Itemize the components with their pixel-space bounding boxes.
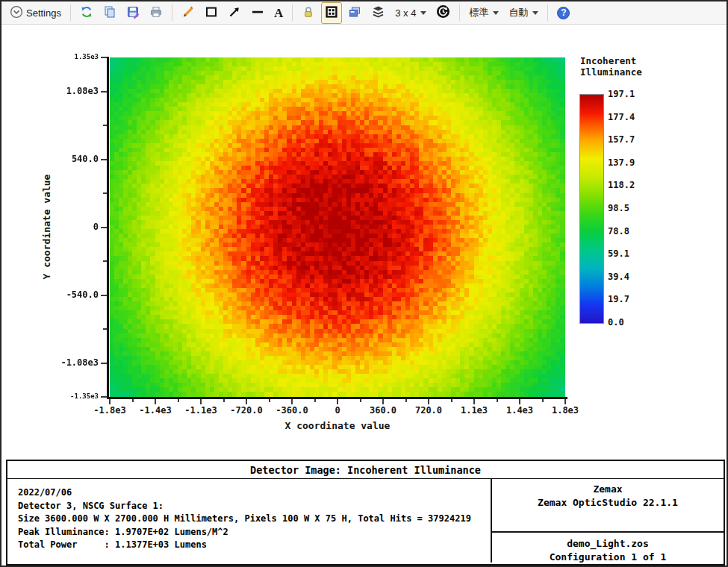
arrow-icon [228,5,241,21]
help-icon: ? [557,7,570,19]
auto-dropdown[interactable]: 自動 [505,3,542,22]
y-tick-label: -540.0 [45,289,99,300]
detector-heatmap-canvas [110,57,565,397]
file-config-text: demo_Light.zosConfiguration 1 of 1 [492,537,724,564]
auto-update-button[interactable] [432,1,454,24]
x-tick [246,399,247,404]
colorbar-tick-label: 78.8 [608,226,629,236]
footer-horizontal-divider [492,531,724,533]
colorbar-tick-label: 98.5 [608,203,629,213]
colorbar-title: Incoherent Illuminance [580,55,642,78]
x-minor-tick [360,399,361,402]
dropdown-caret-icon [493,11,499,15]
x-minor-tick [497,399,498,402]
y-tick [101,227,107,228]
y-tick-label: -1.08e3 [45,357,99,368]
x-tick-label: 1.8e3 [538,405,592,416]
toolbar-separator [70,4,71,21]
auto-update-icon [436,4,450,21]
arrow-annotation-button[interactable] [224,2,245,24]
x-minor-tick [405,399,407,402]
detector-info-line: Size 3600.000 W X 2700.000 H Millimeters… [18,513,471,526]
x-minor-tick [314,399,316,402]
text-annotation-button[interactable]: A [270,4,287,22]
y-tick [101,363,107,364]
refresh-icon [80,5,93,21]
print-button[interactable] [146,2,167,24]
x-minor-tick [178,399,179,402]
detector-info-line: Total Power : 1.1377E+03 Lumens [18,539,471,552]
x-minor-tick [269,399,270,402]
save-button[interactable] [122,2,143,24]
layers-icon [371,5,385,21]
y-tick-label: 540.0 [45,154,99,164]
y-minor-tick [103,192,107,194]
colorbar-tick-label: 59.1 [608,248,629,259]
colorbar-tick-label: 39.4 [608,272,629,282]
rectangle-icon [205,5,218,21]
y-tick [101,159,107,160]
dropdown-caret-icon [420,11,426,15]
y-tick-label: 1.35e3 [45,53,99,60]
copy-button[interactable] [99,2,120,24]
x-tick [155,399,156,404]
x-minor-tick [223,399,225,402]
grid-view-icon [325,5,338,21]
grid-view-button[interactable] [321,2,342,24]
detector-info-line: Peak Illuminance: 1.9707E+02 Lumens/M^2 [18,526,471,539]
y-minor-tick [103,125,107,126]
overlay-window-button[interactable] [344,2,365,24]
y-axis-line [107,57,109,399]
x-tick [473,399,475,404]
detector-info-line: Detector 3, NSCG Surface 1: [18,500,471,513]
x-tick [519,399,520,404]
preset-label: 標準 [469,6,488,19]
grid-size-label: 3 x 4 [395,7,416,19]
detector-info-text: 2022/07/06Detector 3, NSCG Surface 1:Siz… [18,486,471,552]
settings-label: Settings [26,7,61,19]
x-tick [428,399,429,404]
layers-button[interactable] [367,2,389,24]
settings-button[interactable]: Settings [6,2,65,24]
x-axis-title: X coordinate value [110,420,565,431]
pencil-annotation-button[interactable] [178,2,199,24]
x-minor-tick [542,399,544,402]
lock-button[interactable] [298,2,319,24]
detector-viewer-window: Settings [0,0,728,567]
help-button[interactable]: ? [553,4,573,22]
colorbar-tick-label: 0.0 [608,317,624,328]
y-tick [101,91,107,93]
chevron-down-circle-icon [10,5,23,21]
toolbar: Settings [1,1,727,25]
config-line: demo_Light.zos [492,537,724,551]
refresh-button[interactable] [76,2,97,24]
footer-body: 2022/07/06Detector 3, NSCG Surface 1:Siz… [6,479,725,566]
colorbar-tick-label: 177.4 [608,112,635,122]
x-tick [200,399,202,404]
brand-line: Zemax [492,483,724,496]
grid-size-dropdown[interactable]: 3 x 4 [391,4,430,22]
colorbar-tick-label: 197.1 [608,89,635,99]
application-brand-text: ZemaxZemax OpticStudio 22.1.1 [492,483,724,510]
preset-dropdown[interactable]: 標準 [465,3,503,22]
overlay-window-icon [348,5,361,21]
detector-info-line: 2022/07/06 [18,486,471,500]
colorbar-tick-label: 137.9 [608,157,635,168]
print-icon [149,5,163,21]
footer-title: Detector Image: Incoherent Illuminance [6,460,725,480]
dropdown-caret-icon [532,11,538,15]
y-tick-label: -1.35e3 [45,392,99,400]
pencil-icon [181,5,195,21]
y-tick-label: 0 [45,222,99,232]
line-annotation-button[interactable] [247,2,268,24]
y-tick [101,57,107,58]
toolbar-separator [459,4,460,21]
colorbar-tick-label: 19.7 [608,294,629,304]
toolbar-separator [172,4,172,21]
x-tick [337,399,338,404]
brand-line: Zemax OpticStudio 22.1.1 [492,496,724,510]
y-minor-tick [103,260,107,262]
x-tick [382,399,384,404]
rectangle-annotation-button[interactable] [201,2,222,24]
y-tick [101,295,107,296]
